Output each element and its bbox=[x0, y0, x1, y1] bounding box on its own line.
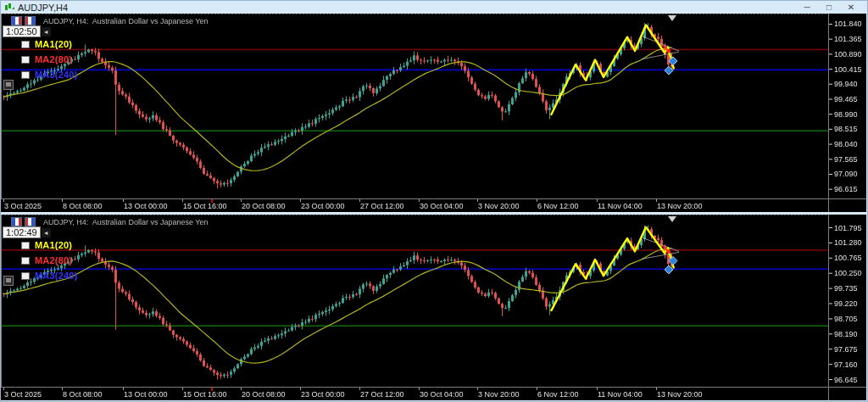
candle-timer: 1:02:50 ◄ bbox=[3, 25, 51, 37]
ma3-label: MA3(240) bbox=[35, 70, 78, 80]
mt4-chart-window: AUDJPY,H4 ─ □ ✕ AUDJPY, H4: Australian D… bbox=[0, 0, 868, 402]
window-right-edge bbox=[866, 14, 867, 402]
ma3-legend-row: MA3(240) bbox=[21, 271, 78, 281]
symbol-description: AUDJPY, H4: Australian Dollar vs Japanes… bbox=[43, 17, 208, 25]
chart-panel-top: AUDJPY, H4: Australian Dollar vs Japanes… bbox=[1, 14, 866, 212]
ma2-legend-row: MA2(80) bbox=[21, 54, 72, 64]
window-titlebar[interactable]: AUDJPY,H4 ─ □ ✕ bbox=[1, 1, 867, 14]
ma2-legend-row: MA2(80) bbox=[21, 255, 72, 265]
ma3-checkbox[interactable] bbox=[21, 71, 30, 79]
close-button[interactable]: ✕ bbox=[840, 2, 862, 14]
chart-object-icon[interactable] bbox=[3, 80, 14, 90]
indicator-icon-1 bbox=[11, 217, 22, 226]
minimize-button[interactable]: ─ bbox=[796, 2, 818, 14]
ma2-label: MA2(80) bbox=[35, 54, 72, 64]
indicator-icon-2 bbox=[25, 16, 36, 25]
ma1-label: MA1(20) bbox=[35, 39, 72, 49]
chart-icon bbox=[4, 3, 14, 12]
chart-canvas-bottom[interactable] bbox=[1, 215, 866, 400]
chart-header: AUDJPY, H4: Australian Dollar vs Japanes… bbox=[11, 16, 208, 25]
ma1-checkbox[interactable] bbox=[21, 242, 30, 249]
timer-value: 1:02:49 bbox=[3, 226, 41, 238]
chart-header: AUDJPY, H4: Australian Dollar vs Japanes… bbox=[11, 217, 208, 226]
timer-value: 1:02:50 bbox=[3, 25, 41, 37]
ma2-checkbox[interactable] bbox=[21, 56, 30, 64]
maximize-button[interactable]: □ bbox=[818, 2, 840, 14]
symbol-description: AUDJPY, H4: Australian Dollar vs Japanes… bbox=[43, 218, 208, 226]
chart-panel-bottom: AUDJPY, H4: Australian Dollar vs Japanes… bbox=[1, 215, 866, 400]
ma3-checkbox[interactable] bbox=[21, 272, 30, 280]
indicator-icon-1 bbox=[11, 16, 22, 25]
alarm-speaker-icon: ◄ bbox=[42, 228, 51, 237]
chart-object-icon[interactable] bbox=[3, 276, 14, 286]
ma1-legend-row: MA1(20) bbox=[21, 240, 72, 250]
ma3-legend-row: MA3(240) bbox=[21, 70, 78, 80]
chart-canvas-top[interactable] bbox=[1, 14, 866, 212]
indicator-icon-2 bbox=[25, 217, 36, 226]
ma1-checkbox[interactable] bbox=[21, 41, 30, 48]
ma3-label: MA3(240) bbox=[35, 271, 78, 281]
candle-timer: 1:02:49 ◄ bbox=[3, 226, 51, 238]
ma1-legend-row: MA1(20) bbox=[21, 39, 72, 49]
ma1-label: MA1(20) bbox=[35, 240, 72, 250]
window-title: AUDJPY,H4 bbox=[18, 3, 68, 13]
ma2-checkbox[interactable] bbox=[21, 257, 30, 265]
ma2-label: MA2(80) bbox=[35, 255, 72, 265]
alarm-speaker-icon: ◄ bbox=[42, 27, 51, 36]
